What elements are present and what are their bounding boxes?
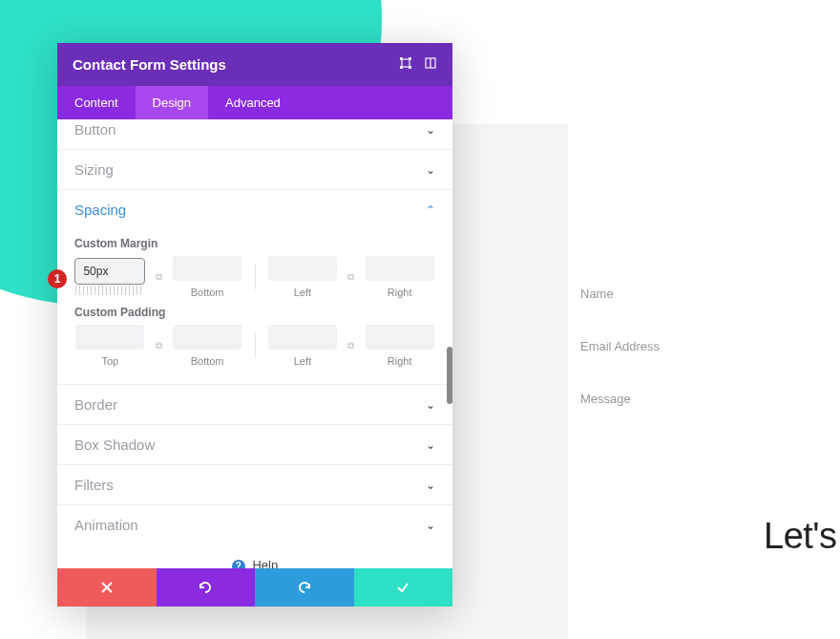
help-row[interactable]: ? Help [57,544,452,568]
svg-rect-4 [409,66,411,69]
chevron-up-icon: ⌃ [426,203,435,217]
chevron-down-icon: ⌄ [426,163,435,177]
padding-inputs-row: Top ⧉ Bottom Left ⧉ Right [74,325,435,367]
margin-inputs-row: ⧉ Bottom Left ⧉ Right [74,256,435,298]
margin-right-col: Right [364,256,435,298]
section-spacing-label: Spacing [74,202,126,218]
section-filters-label: Filters [74,477,114,493]
section-animation[interactable]: Animation ⌄ [57,505,452,544]
panel-footer [57,568,452,607]
svg-rect-0 [402,59,410,67]
padding-top-input[interactable] [75,325,144,350]
spacing-content: Custom Margin ⧉ Bottom Left ⧉ [57,237,452,385]
panel-title: Contact Form Settings [73,56,226,73]
section-sizing-label: Sizing [74,161,114,178]
check-icon [396,581,410,594]
heading-lets: Let's [764,516,837,557]
custom-padding-label: Custom Padding [74,306,435,319]
margin-left-col: Left [267,256,339,298]
chevron-down-icon: ⌄ [426,123,435,137]
margin-left-label: Left [294,287,311,298]
section-box-shadow-label: Box Shadow [74,437,155,453]
separator [255,265,256,289]
margin-right-label: Right [388,287,412,298]
tab-advanced[interactable]: Advanced [208,86,298,119]
margin-bottom-col: Bottom [172,256,243,298]
padding-left-input[interactable] [268,325,337,350]
email-field-placeholder[interactable]: Email Address [580,339,840,353]
close-icon [101,582,113,593]
tab-design[interactable]: Design [136,86,208,119]
section-animation-label: Animation [74,517,138,533]
redo-icon [297,580,312,595]
padding-left-label: Left [294,355,311,367]
padding-left-col: Left [267,325,339,367]
padding-bottom-input[interactable] [173,325,242,350]
section-button-label: Button [74,121,116,138]
link-icon[interactable]: ⧉ [156,271,162,283]
svg-rect-3 [400,66,403,69]
margin-bottom-label: Bottom [191,287,224,298]
padding-right-col: Right [364,325,435,367]
section-sizing[interactable]: Sizing ⌄ [57,150,452,190]
redo-button[interactable] [255,568,354,607]
margin-top-col [74,259,146,295]
section-spacing[interactable]: Spacing ⌃ [57,190,452,229]
panel-header-actions [399,56,437,73]
chevron-down-icon: ⌄ [426,398,435,412]
chevron-down-icon: ⌄ [426,479,435,492]
undo-icon [198,580,213,595]
section-box-shadow[interactable]: Box Shadow ⌄ [57,425,452,465]
chevron-down-icon: ⌄ [426,438,435,452]
margin-left-input[interactable] [268,256,337,281]
link-icon[interactable]: ⧉ [347,271,354,283]
settings-panel: 1 Contact Form Settings Content Design A… [57,43,452,607]
annotation-badge-1: 1 [48,269,67,288]
svg-rect-1 [400,57,403,60]
custom-margin-label: Custom Margin [74,237,435,250]
message-field-placeholder[interactable]: Message [580,392,840,406]
section-button[interactable]: Button ⌄ [57,119,452,150]
link-icon[interactable]: ⧉ [347,340,354,351]
undo-button[interactable] [157,568,256,607]
tab-content[interactable]: Content [57,86,136,119]
padding-right-label: Right [388,355,412,367]
name-field-placeholder[interactable]: Name [580,287,840,301]
expand-icon[interactable] [399,56,412,73]
margin-top-slider[interactable] [75,286,144,295]
section-border[interactable]: Border ⌄ [57,385,452,425]
padding-top-col: Top [74,325,146,367]
confirm-button[interactable] [354,568,453,607]
padding-right-input[interactable] [366,325,434,350]
panel-header: Contact Form Settings [57,43,452,86]
cancel-button[interactable] [57,568,157,607]
contact-form: Name Email Address Message [580,287,840,444]
help-label: Help [252,558,278,568]
panel-tabs: Content Design Advanced [57,86,452,119]
separator [255,333,256,358]
svg-rect-2 [409,57,411,60]
padding-top-label: Top [102,355,119,367]
section-border-label: Border [74,396,117,413]
snap-icon[interactable] [424,56,437,73]
padding-bottom-label: Bottom [191,355,224,367]
help-icon: ? [232,560,245,568]
margin-top-input[interactable] [75,259,144,284]
padding-bottom-col: Bottom [172,325,243,367]
margin-bottom-input[interactable] [173,256,242,281]
section-filters[interactable]: Filters ⌄ [57,465,452,505]
panel-body: Button ⌄ Sizing ⌄ Spacing ⌃ Custom Margi… [57,119,452,568]
scrollbar-thumb[interactable] [447,347,452,404]
chevron-down-icon: ⌄ [426,519,435,532]
link-icon[interactable]: ⧉ [156,340,162,351]
margin-right-input[interactable] [366,256,434,281]
